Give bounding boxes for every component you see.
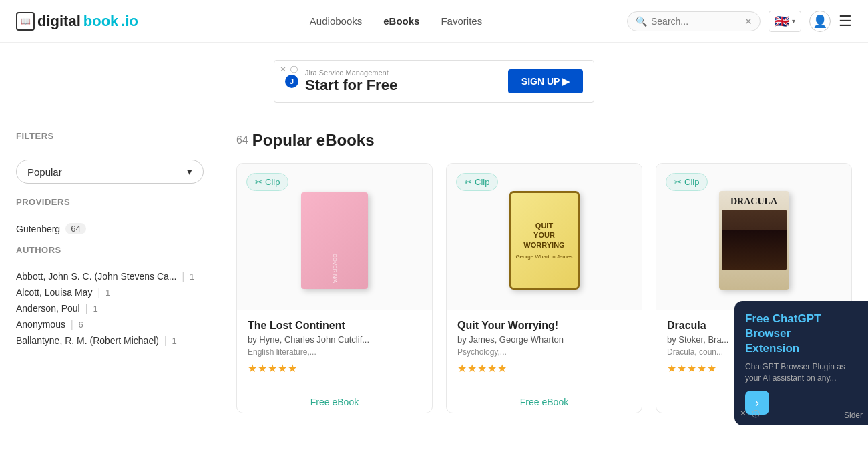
author-item-2[interactable]: Anderson, Poul | 1 xyxy=(16,303,204,314)
chatgpt-description: ChatGPT Browser Plugin as your AI assist… xyxy=(745,361,857,384)
author-count: 1 xyxy=(172,336,177,346)
author-name: Abbott, John S. C. (John Stevens Ca... xyxy=(16,271,176,282)
authors-label: Authors xyxy=(16,245,61,255)
book-author-0: by Hyne, Charles John Cutclif... xyxy=(248,334,421,345)
nav-audiobooks[interactable]: Audiobooks xyxy=(310,15,362,27)
content-header: 64 Popular eBooks xyxy=(236,131,852,150)
book-author-1: by James, George Wharton xyxy=(457,334,631,345)
author-count: 1 xyxy=(190,272,194,282)
author-name: Alcott, Louisa May xyxy=(16,287,92,298)
chatgpt-overlay: Free ChatGPT Browser Extension ChatGPT B… xyxy=(734,301,868,425)
ad-banner: ✕ ⓘ J Jira Service Management Start for … xyxy=(274,60,594,103)
book-count: 64 xyxy=(236,134,248,146)
clip-button-0[interactable]: ✂ Clip xyxy=(246,173,288,191)
ad-signup-button[interactable]: SIGN UP ▶ xyxy=(508,69,583,93)
overlay-info-icon[interactable]: ⓘ xyxy=(752,409,760,420)
main-nav: Audiobooks eBooks Favorites xyxy=(165,15,627,27)
user-icon[interactable]: 👤 xyxy=(809,11,831,32)
ad-text-block: Jira Service Management Start for Free xyxy=(305,69,397,94)
logo-digital: digital xyxy=(37,13,81,30)
clip-button-1[interactable]: ✂ Clip xyxy=(456,173,498,191)
free-ebook-button-1[interactable]: Free eBook xyxy=(447,391,642,413)
ad-logo: J xyxy=(285,75,298,88)
provider-gutenberg[interactable]: Gutenberg 64 xyxy=(16,223,204,234)
book-cover-3: DRACULA xyxy=(719,191,789,290)
book-cover-castle xyxy=(722,230,787,270)
content-area: 64 Popular eBooks ✂ Clip COVER N/A The L… xyxy=(220,118,868,452)
clip-icon-2: ✂ xyxy=(674,177,682,187)
book-cover-3-image xyxy=(722,210,787,270)
author-item-3[interactable]: Anonymous | 6 xyxy=(16,319,204,330)
book-title-1: Quit Your Worrying! xyxy=(457,320,631,332)
book-stars-1: ★★★★★ xyxy=(457,362,631,375)
sidebar: Filters Popular ▾ Providers Gutenberg 64… xyxy=(0,118,220,452)
book-genre-1: Psychology,... xyxy=(457,347,631,357)
book-stars-0: ★★★★★ xyxy=(248,362,421,375)
book-card-0: ✂ Clip COVER N/A The Lost Continent by H… xyxy=(236,163,433,413)
ad-close-icon[interactable]: ✕ xyxy=(280,65,286,74)
logo-icon: 📖 xyxy=(16,12,35,31)
clip-icon-1: ✂ xyxy=(465,177,472,187)
menu-icon[interactable]: ☰ xyxy=(839,13,852,30)
author-item-4[interactable]: Ballantyne, R. M. (Robert Michael) | 1 xyxy=(16,335,204,346)
book-cover-2-author: George Wharton James xyxy=(516,254,573,260)
search-icon: 🔍 xyxy=(636,16,647,27)
ad-small-text: Jira Service Management xyxy=(305,69,397,77)
clip-label-1: Clip xyxy=(475,177,489,187)
book-info-0: The Lost Continent by Hyne, Charles John… xyxy=(237,310,432,391)
book-genre-0: English literature,... xyxy=(248,347,421,357)
provider-count: 64 xyxy=(65,223,85,234)
provider-name: Gutenberg xyxy=(16,224,60,234)
book-cover-2: QUITYOURWORRYING George Wharton James xyxy=(509,191,580,290)
author-count: 6 xyxy=(79,320,83,330)
overlay-footer: ✕ ⓘ xyxy=(740,409,760,420)
logo[interactable]: 📖 digitalbook.io xyxy=(16,12,138,31)
search-box[interactable]: 🔍 ✕ xyxy=(627,11,761,31)
book-cover-area-2: ✂ Clip DRACULA xyxy=(656,164,851,310)
authors-section: Authors Abbott, John S. C. (John Stevens… xyxy=(16,245,204,346)
sort-chevron-icon: ▾ xyxy=(187,166,192,178)
providers-label: Providers xyxy=(16,197,70,207)
book-cover-3-title: DRACULA xyxy=(730,196,777,207)
author-item-0[interactable]: Abbott, John S. C. (John Stevens Ca... |… xyxy=(16,271,204,282)
filters-section: Filters xyxy=(16,131,204,149)
providers-header: Providers xyxy=(16,197,204,215)
chevron-down-icon: ▾ xyxy=(792,17,795,25)
free-ebook-button-0[interactable]: Free eBook xyxy=(237,391,432,413)
author-count: 1 xyxy=(105,288,110,298)
book-cover-2-title: QUITYOURWORRYING xyxy=(523,221,564,250)
header: 📖 digitalbook.io Audiobooks eBooks Favor… xyxy=(0,0,868,43)
book-info-1: Quit Your Worrying! by James, George Wha… xyxy=(447,310,642,391)
book-title-0: The Lost Continent xyxy=(248,320,421,332)
ad-title: Start for Free xyxy=(305,77,397,94)
clip-label-0: Clip xyxy=(265,177,280,187)
search-clear-icon[interactable]: ✕ xyxy=(744,16,752,27)
filters-label: Filters xyxy=(16,131,54,141)
logo-io: .io xyxy=(121,13,138,30)
chatgpt-title-free: Free ChatGPT xyxy=(745,312,821,325)
providers-section: Providers Gutenberg 64 xyxy=(16,197,204,234)
nav-ebooks[interactable]: eBooks xyxy=(383,15,419,27)
ad-info-icon[interactable]: ⓘ xyxy=(290,65,298,75)
sort-dropdown[interactable]: Popular ▾ xyxy=(16,160,204,184)
language-selector[interactable]: 🇬🇧 ▾ xyxy=(769,11,801,32)
authors-header: Authors xyxy=(16,245,204,263)
author-name: Anderson, Poul xyxy=(16,303,80,314)
author-name: Anonymous xyxy=(16,319,65,330)
sort-label: Popular xyxy=(27,166,62,178)
clip-label-2: Clip xyxy=(684,177,699,187)
ad-left: J Jira Service Management Start for Free xyxy=(285,69,397,94)
flag-icon: 🇬🇧 xyxy=(775,14,789,29)
logo-book: book xyxy=(83,13,119,30)
chatgpt-title: Free ChatGPT Browser Extension xyxy=(745,312,857,356)
overlay-close-icon[interactable]: ✕ xyxy=(740,409,746,420)
main-layout: Filters Popular ▾ Providers Gutenberg 64… xyxy=(0,118,868,452)
search-input[interactable] xyxy=(651,16,744,27)
author-count: 1 xyxy=(93,304,97,314)
clip-button-2[interactable]: ✂ Clip xyxy=(666,173,708,191)
nav-favorites[interactable]: Favorites xyxy=(441,15,482,27)
book-card-1: ✂ Clip QUITYOURWORRYING George Wharton J… xyxy=(446,163,642,413)
header-right: 🔍 ✕ 🇬🇧 ▾ 👤 ☰ xyxy=(627,11,852,32)
chatgpt-title-browser: Browser xyxy=(745,327,791,340)
author-item-1[interactable]: Alcott, Louisa May | 1 xyxy=(16,287,204,298)
